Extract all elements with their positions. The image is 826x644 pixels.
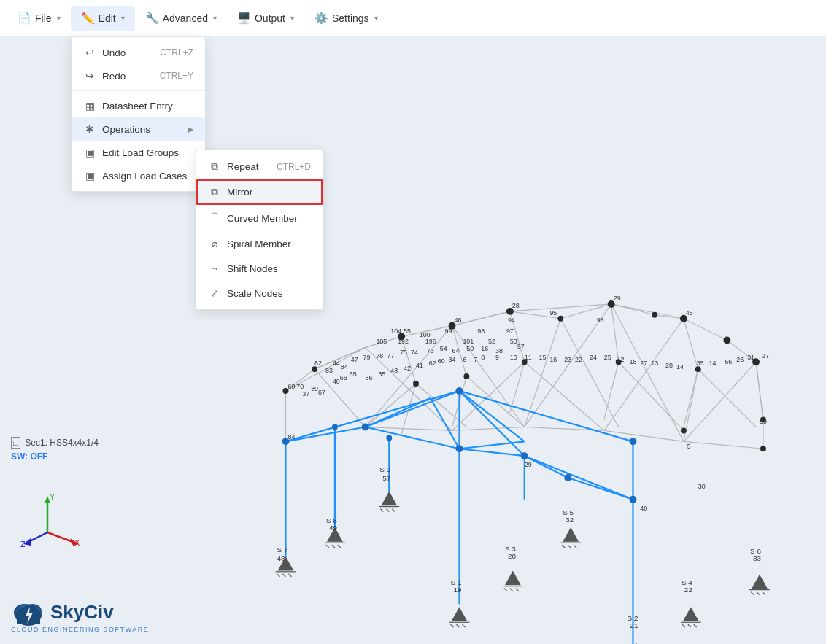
svg-text:77: 77 <box>387 352 394 360</box>
submenu-item-repeat[interactable]: ⧉ Repeat CTRL+D <box>196 154 323 179</box>
svg-text:10: 10 <box>510 354 517 361</box>
svg-text:32: 32 <box>566 516 574 524</box>
spiral-member-label: Spiral Member <box>227 238 291 249</box>
svg-text:101: 101 <box>463 338 474 345</box>
operations-submenu: ⧉ Repeat CTRL+D ⧉ Mirror ⌒ Curved Member… <box>196 150 323 310</box>
curved-member-icon: ⌒ <box>208 212 221 225</box>
svg-text:95: 95 <box>549 309 557 317</box>
svg-point-149 <box>681 427 687 433</box>
section-label: Sec1: HSS4x4x1/4 <box>25 438 99 448</box>
assign-load-cases-label: Assign Load Cases <box>102 171 187 182</box>
svg-text:56: 56 <box>725 358 732 365</box>
svg-text:26: 26 <box>736 356 744 363</box>
submenu-item-curved-member[interactable]: ⌒ Curved Member <box>196 205 323 231</box>
operations-label: Operations <box>102 124 150 135</box>
svg-text:7: 7 <box>474 356 477 363</box>
logo-text: SkyCiv <box>50 601 114 624</box>
svg-text:73: 73 <box>427 347 434 354</box>
section-status: □ Sec1: HSS4x4x1/4 <box>11 437 99 449</box>
svg-text:16: 16 <box>549 356 557 363</box>
settings-chevron: ▾ <box>374 14 378 22</box>
svg-text:59: 59 <box>760 418 767 425</box>
svg-text:84: 84 <box>341 363 348 371</box>
scale-nodes-label: Scale Nodes <box>227 288 283 299</box>
svg-point-146 <box>695 366 701 372</box>
svg-text:185: 185 <box>376 338 387 345</box>
submenu-item-shift-nodes[interactable]: → Shift Nodes <box>196 256 323 281</box>
sw-status: SW: OFF <box>11 451 99 462</box>
undo-icon: ↩ <box>83 47 96 58</box>
svg-point-151 <box>557 316 563 322</box>
datasheet-label: Datasheet Entry <box>102 101 173 112</box>
menu-advanced[interactable]: 🔧 Advanced ▾ <box>135 6 227 31</box>
svg-text:28: 28 <box>512 302 520 309</box>
svg-text:42: 42 <box>404 365 411 372</box>
svg-text:40: 40 <box>640 505 647 512</box>
edit-dropdown: ↩ Undo CTRL+Z ↪ Redo CTRL+Y ▦ Datasheet … <box>71 36 206 192</box>
advanced-icon: 🔧 <box>145 12 159 25</box>
svg-point-133 <box>386 435 392 441</box>
menu-settings-label: Settings <box>332 12 369 24</box>
svg-text:14: 14 <box>709 360 717 367</box>
assign-load-cases-icon: ▣ <box>83 170 96 182</box>
logo-tagline: CLOUD ENGINEERING SOFTWARE <box>11 626 149 633</box>
menu-file[interactable]: 📄 File ▾ <box>7 6 71 31</box>
svg-text:12: 12 <box>617 356 625 363</box>
repeat-shortcut: CTRL+D <box>277 162 311 172</box>
svg-text:21: 21 <box>630 621 638 629</box>
spiral-member-icon: ⌀ <box>208 238 221 249</box>
menu-item-datasheet[interactable]: ▦ Datasheet Entry <box>72 94 205 117</box>
svg-text:196: 196 <box>425 338 436 345</box>
svg-text:96: 96 <box>597 317 604 324</box>
svg-text:100: 100 <box>420 331 431 338</box>
submenu-item-scale-nodes[interactable]: ⤢ Scale Nodes <box>196 281 323 306</box>
svg-text:25: 25 <box>604 354 611 361</box>
svg-point-132 <box>332 424 338 430</box>
submenu-item-spiral-member[interactable]: ⌀ Spiral Member <box>196 231 323 256</box>
file-icon: 📄 <box>18 12 31 25</box>
svg-text:67: 67 <box>318 389 325 396</box>
svg-text:19: 19 <box>454 586 463 594</box>
menu-edit[interactable]: ✏️ Edit ▾ <box>71 6 135 31</box>
svg-text:Z: Z <box>20 540 26 548</box>
menu-item-operations[interactable]: ✱ Operations ▶ <box>72 117 205 141</box>
menu-item-assign-load-cases[interactable]: ▣ Assign Load Cases <box>72 164 205 187</box>
menu-item-redo[interactable]: ↪ Redo CTRL+Y <box>72 64 205 88</box>
svg-text:8: 8 <box>481 354 485 361</box>
svg-point-139 <box>312 366 317 372</box>
svg-text:97: 97 <box>506 327 514 335</box>
svg-text:74: 74 <box>411 349 418 356</box>
svg-text:82: 82 <box>314 360 322 367</box>
svg-point-148 <box>413 381 419 387</box>
submenu-item-mirror[interactable]: ⧉ Mirror <box>196 179 323 205</box>
svg-text:94: 94 <box>508 317 515 324</box>
svg-text:37: 37 <box>302 390 309 397</box>
svg-text:14: 14 <box>676 363 684 371</box>
output-icon: 🖥️ <box>237 12 251 25</box>
svg-text:S 9: S 9 <box>379 465 390 473</box>
menu-item-undo[interactable]: ↩ Undo CTRL+Z <box>72 41 205 64</box>
scale-nodes-icon: ⤢ <box>208 287 221 299</box>
svg-text:33: 33 <box>753 554 762 562</box>
menu-output[interactable]: 🖥️ Output ▾ <box>227 6 304 31</box>
svg-text:29: 29 <box>525 461 532 468</box>
svg-text:34: 34 <box>449 356 456 363</box>
mirror-icon: ⧉ <box>208 186 221 198</box>
svg-text:35: 35 <box>378 371 385 378</box>
settings-icon: ⚙️ <box>314 12 328 25</box>
svg-text:41: 41 <box>416 362 423 369</box>
svg-point-125 <box>362 424 369 431</box>
repeat-icon: ⧉ <box>208 160 221 173</box>
menu-item-edit-load-groups[interactable]: ▣ Edit Load Groups <box>72 141 205 164</box>
svg-text:43: 43 <box>390 367 398 374</box>
curved-member-label: Curved Member <box>227 213 298 224</box>
shift-nodes-label: Shift Nodes <box>227 263 278 274</box>
svg-text:83: 83 <box>325 367 333 374</box>
menu-settings[interactable]: ⚙️ Settings ▾ <box>304 6 388 31</box>
svg-point-150 <box>760 446 766 451</box>
edit-chevron: ▾ <box>121 14 125 22</box>
menu-edit-label: Edit <box>99 12 116 24</box>
redo-label: Redo <box>102 71 126 82</box>
svg-text:69: 69 <box>287 383 295 390</box>
svg-text:31: 31 <box>747 354 754 361</box>
